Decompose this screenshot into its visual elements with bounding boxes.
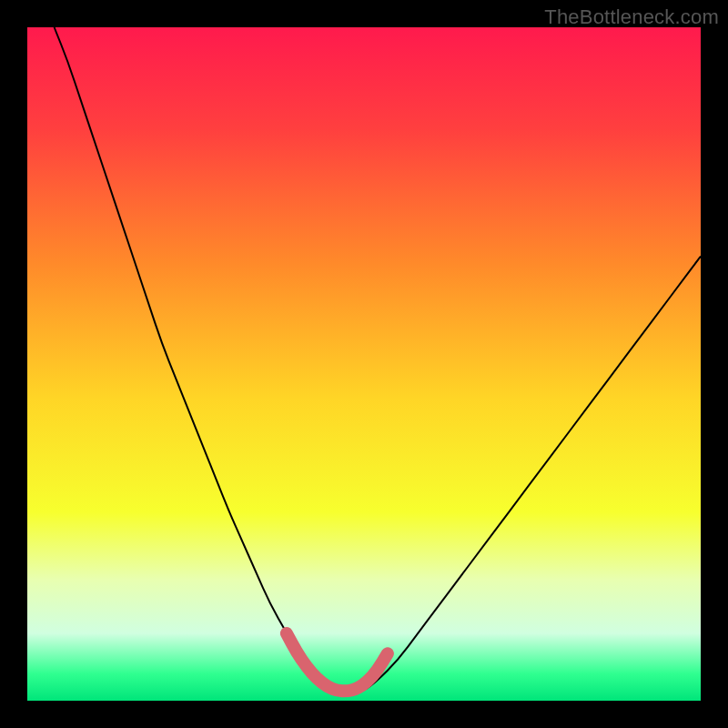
bottleneck-chart	[0, 0, 728, 728]
watermark-text: TheBottleneck.com	[544, 5, 719, 29]
chart-container: TheBottleneck.com	[0, 0, 728, 728]
plot-background	[27, 27, 701, 701]
